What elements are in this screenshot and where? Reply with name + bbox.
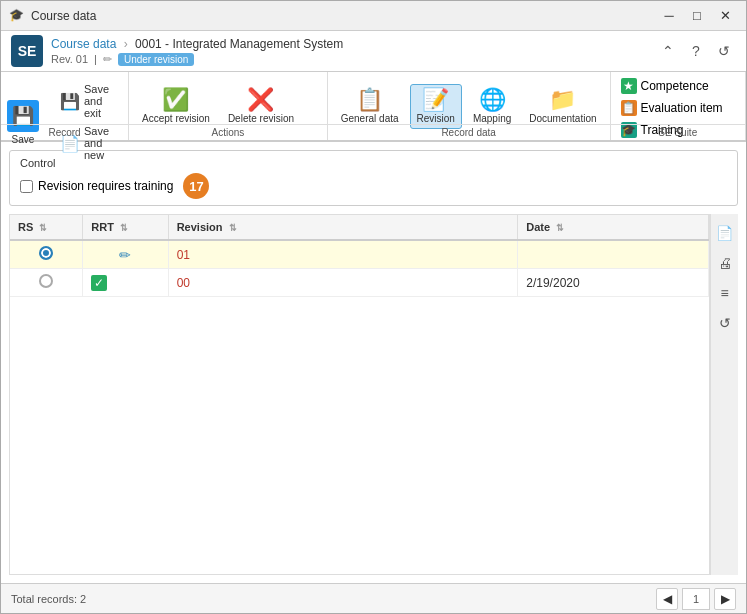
- mapping-icon: 🌐: [479, 89, 506, 111]
- prev-page-button[interactable]: ◀: [656, 588, 678, 610]
- content-area: Control Revision requires training 17 R: [1, 142, 746, 583]
- breadcrumb-course-data[interactable]: Course data: [51, 37, 116, 51]
- status-bar: Total records: 2 ◀ 1 ▶: [1, 583, 746, 613]
- record-buttons: 💾 Save 💾 Save and exit 📄 Save and new: [1, 72, 128, 172]
- table-body: ✏ 01 ✓ 00 2/19/2020: [10, 240, 709, 297]
- rrt-cell-2: ✓: [83, 269, 168, 297]
- list-button[interactable]: ≡: [714, 282, 736, 304]
- revision-status-badge: Under revision: [118, 53, 194, 66]
- actions-section-label: Actions: [129, 124, 327, 140]
- edit-pencil-icon[interactable]: ✏: [119, 247, 131, 263]
- breadcrumb-sub: Rev. 01 | ✏ Under revision: [51, 53, 648, 66]
- window-title: Course data: [31, 9, 656, 23]
- title-bar: 🎓 Course data ─ □ ✕: [1, 1, 746, 31]
- table-area: RS ⇅ RRT ⇅ Revision ⇅ Date ⇅ ✏ 01: [9, 214, 738, 575]
- revision-cell-2: 00: [168, 269, 518, 297]
- col-rs: RS ⇅: [10, 215, 83, 240]
- help-button[interactable]: ?: [684, 39, 708, 63]
- save-exit-label: Save and exit: [84, 83, 109, 119]
- separator: |: [94, 53, 97, 65]
- content-main: Control Revision requires training 17 R: [1, 142, 746, 583]
- documentation-button[interactable]: 📁 Documentation: [522, 84, 603, 129]
- revision-button[interactable]: 📝 Revision: [410, 84, 462, 129]
- total-records-label: Total records: 2: [11, 593, 86, 605]
- toolbar-section-record-data: 📋 General data 📝 Revision 🌐 Mapping 📁 Do…: [328, 72, 611, 140]
- rrt-cell: ✏: [83, 240, 168, 269]
- view-file-button[interactable]: 📄: [714, 222, 736, 244]
- accept-revision-button[interactable]: ✅ Accept revision: [135, 84, 217, 129]
- toolbar: 💾 Save 💾 Save and exit 📄 Save and new Re…: [1, 72, 746, 142]
- control-row: Revision requires training 17: [20, 173, 727, 199]
- current-page: 1: [682, 588, 710, 610]
- record-col: 💾 Save and exit 📄 Save and new: [47, 76, 122, 168]
- main-window: 🎓 Course data ─ □ ✕ SE Course data › 000…: [0, 0, 747, 614]
- se-suite-section-label: SE Suite: [611, 124, 745, 140]
- general-data-button[interactable]: 📋 General data: [334, 84, 406, 129]
- checkbox-label-text: Revision requires training: [38, 179, 173, 193]
- next-page-button[interactable]: ▶: [714, 588, 736, 610]
- window-controls: ─ □ ✕: [656, 6, 738, 26]
- accept-revision-label: Accept revision: [142, 113, 210, 124]
- general-data-icon: 📋: [356, 89, 383, 111]
- print-button[interactable]: 🖨: [714, 252, 736, 274]
- toolbar-section-record: 💾 Save 💾 Save and exit 📄 Save and new Re…: [1, 72, 129, 140]
- save-exit-icon: 💾: [60, 92, 80, 111]
- table-row[interactable]: ✏ 01: [10, 240, 709, 269]
- refresh-button[interactable]: ↺: [712, 39, 736, 63]
- revision-label: Revision: [417, 113, 455, 124]
- documentation-label: Documentation: [529, 113, 596, 124]
- collapse-button[interactable]: ⌃: [656, 39, 680, 63]
- reload-button[interactable]: ↺: [714, 312, 736, 334]
- breadcrumb-record-name: 0001 - Integrated Management System: [135, 37, 343, 51]
- rs-cell-2: [10, 269, 83, 297]
- table-row[interactable]: ✓ 00 2/19/2020: [10, 269, 709, 297]
- evaluation-icon: 📋: [621, 100, 637, 116]
- edit-icon: ✏: [103, 53, 112, 66]
- general-data-label: General data: [341, 113, 399, 124]
- col-date: Date ⇅: [518, 215, 709, 240]
- delete-revision-icon: ❌: [247, 89, 274, 111]
- revision-cell-1: 01: [168, 240, 518, 269]
- date-cell-1: [518, 240, 709, 269]
- save-and-exit-button[interactable]: 💾 Save and exit: [53, 80, 116, 122]
- delete-revision-label: Delete revision: [228, 113, 294, 124]
- badge-17: 17: [183, 173, 209, 199]
- maximize-button[interactable]: □: [684, 6, 710, 26]
- pagination: ◀ 1 ▶: [656, 588, 736, 610]
- app-logo: SE: [11, 35, 43, 67]
- check-green-icon: ✓: [91, 275, 107, 291]
- header-area: SE Course data › 0001 - Integrated Manag…: [1, 31, 746, 72]
- record-data-section-label: Record data: [328, 124, 610, 140]
- breadcrumb-main: Course data › 0001 - Integrated Manageme…: [51, 37, 648, 51]
- revision-training-checkbox-label[interactable]: Revision requires training: [20, 179, 173, 193]
- competence-icon: ★: [621, 78, 637, 94]
- date-cell-2: 2/19/2020: [518, 269, 709, 297]
- revision-icon: 📝: [422, 89, 449, 111]
- app-icon: 🎓: [9, 8, 25, 24]
- documentation-icon: 📁: [549, 89, 576, 111]
- breadcrumb-area: Course data › 0001 - Integrated Manageme…: [51, 37, 648, 66]
- record-section-label: Record: [1, 124, 128, 140]
- toolbar-section-se-suite: ★ Competence 📋 Evaluation item 🎓 Trainin…: [611, 72, 746, 140]
- delete-revision-button[interactable]: ❌ Delete revision: [221, 84, 301, 129]
- minimize-button[interactable]: ─: [656, 6, 682, 26]
- close-button[interactable]: ✕: [712, 6, 738, 26]
- rs-cell: [10, 240, 83, 269]
- radio-empty[interactable]: [39, 274, 53, 288]
- evaluation-label: Evaluation item: [641, 101, 723, 115]
- right-panel: 📄 🖨 ≡ ↺: [710, 214, 738, 575]
- competence-button[interactable]: ★ Competence: [617, 76, 739, 96]
- evaluation-item-button[interactable]: 📋 Evaluation item: [617, 98, 739, 118]
- accept-revision-icon: ✅: [162, 89, 189, 111]
- revision-training-checkbox[interactable]: [20, 180, 33, 193]
- mapping-button[interactable]: 🌐 Mapping: [466, 84, 518, 129]
- radio-selected[interactable]: [39, 246, 53, 260]
- col-rrt: RRT ⇅: [83, 215, 168, 240]
- table-container: RS ⇅ RRT ⇅ Revision ⇅ Date ⇅ ✏ 01: [9, 214, 710, 575]
- revision-table: RS ⇅ RRT ⇅ Revision ⇅ Date ⇅ ✏ 01: [10, 215, 709, 297]
- header-actions: ⌃ ? ↺: [656, 39, 736, 63]
- toolbar-section-actions: ✅ Accept revision ❌ Delete revision Acti…: [129, 72, 328, 140]
- col-revision: Revision ⇅: [168, 215, 518, 240]
- rev-label: Rev. 01: [51, 53, 88, 65]
- table-header-row: RS ⇅ RRT ⇅ Revision ⇅ Date ⇅: [10, 215, 709, 240]
